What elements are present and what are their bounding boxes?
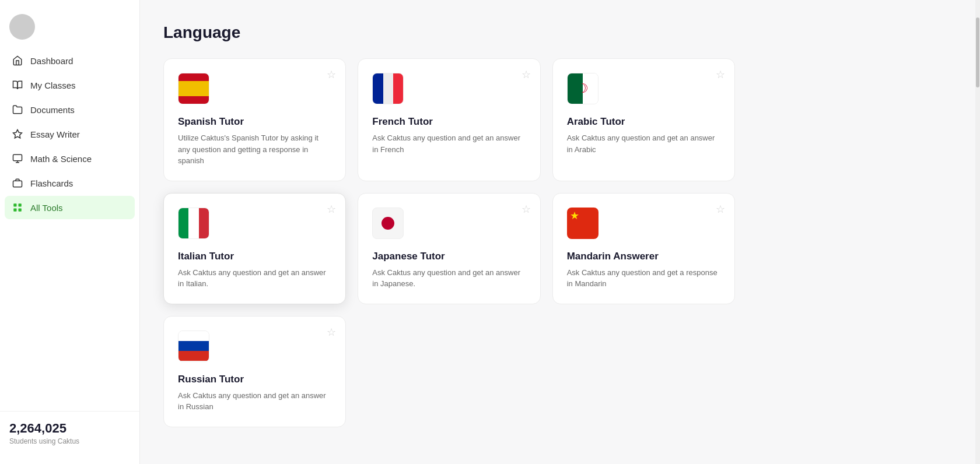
card-title-russian-tutor: Russian Tutor (178, 374, 331, 385)
card-title-mandarin-answerer: Mandarin Answerer (567, 251, 720, 262)
card-desc-russian-tutor: Ask Caktus any question and get an answe… (178, 390, 331, 413)
my-classes-icon (12, 79, 23, 91)
flag-russian-tutor (178, 331, 209, 362)
math-science-icon (12, 153, 23, 164)
sidebar-item-label-essay-writer: Essay Writer (30, 129, 80, 139)
sidebar-item-essay-writer[interactable]: Essay Writer (5, 122, 135, 146)
svg-rect-8 (19, 209, 22, 212)
flag-italian-tutor (178, 208, 209, 239)
dashboard-icon (12, 55, 23, 66)
sidebar-item-label-documents: Documents (30, 105, 75, 115)
sidebar-item-math-science[interactable]: Math & Science (5, 147, 135, 170)
student-count: 2,264,025 (9, 421, 130, 436)
svg-rect-6 (19, 203, 22, 206)
all-tools-icon (12, 202, 23, 213)
flag-arabic-tutor: ☽ (567, 73, 598, 104)
star-french-tutor[interactable]: ☆ (522, 68, 531, 81)
star-spanish-tutor[interactable]: ☆ (327, 68, 336, 81)
card-desc-japanese-tutor: Ask Caktus any question and get an answe… (372, 267, 526, 290)
svg-rect-7 (13, 209, 16, 212)
sidebar-item-label-flashcards: Flashcards (30, 178, 73, 188)
card-desc-spanish-tutor: Utilize Caktus's Spanish Tutor by asking… (178, 132, 331, 167)
card-desc-italian-tutor: Ask Caktus any question and get an answe… (178, 267, 331, 290)
sidebar-footer: 2,264,025 Students using Caktus (0, 411, 139, 455)
card-desc-french-tutor: Ask Caktus any question and get an answe… (372, 132, 526, 155)
star-arabic-tutor[interactable]: ☆ (716, 68, 725, 81)
svg-rect-1 (13, 154, 22, 161)
sidebar: DashboardMy ClassesDocumentsEssay Writer… (0, 0, 140, 464)
card-desc-arabic-tutor: Ask Caktus any question and get an answe… (567, 132, 720, 155)
star-mandarin-answerer[interactable]: ☆ (716, 203, 725, 216)
avatar (9, 14, 35, 40)
card-title-italian-tutor: Italian Tutor (178, 251, 331, 262)
sidebar-item-label-math-science: Math & Science (30, 154, 92, 164)
cards-grid: ☆Spanish TutorUtilize Caktus's Spanish T… (163, 58, 735, 427)
sidebar-item-documents[interactable]: Documents (5, 98, 135, 121)
card-title-french-tutor: French Tutor (372, 116, 526, 128)
svg-rect-4 (13, 181, 22, 187)
sidebar-item-label-all-tools: All Tools (30, 203, 63, 213)
card-title-spanish-tutor: Spanish Tutor (178, 116, 331, 128)
card-italian-tutor[interactable]: ☆Italian TutorAsk Caktus any question an… (163, 193, 346, 304)
sidebar-item-dashboard[interactable]: Dashboard (5, 49, 135, 72)
flag-french-tutor (372, 73, 404, 104)
flag-mandarin-answerer: ★ (567, 208, 598, 239)
star-italian-tutor[interactable]: ☆ (327, 203, 336, 216)
star-japanese-tutor[interactable]: ☆ (522, 203, 531, 216)
scrollbar-thumb[interactable] (976, 17, 979, 87)
card-desc-mandarin-answerer: Ask Caktus any question and get a respon… (567, 267, 720, 290)
sidebar-item-label-dashboard: Dashboard (30, 56, 73, 66)
card-japanese-tutor[interactable]: ☆Japanese TutorAsk Caktus any question a… (358, 193, 540, 304)
star-russian-tutor[interactable]: ☆ (327, 326, 336, 339)
sidebar-item-flashcards[interactable]: Flashcards (5, 171, 135, 195)
sidebar-nav: DashboardMy ClassesDocumentsEssay Writer… (0, 49, 139, 411)
sidebar-item-label-my-classes: My Classes (30, 80, 76, 90)
main-content: Language ☆Spanish TutorUtilize Caktus's … (140, 0, 980, 464)
flag-spanish-tutor (178, 73, 209, 104)
card-russian-tutor[interactable]: ☆Russian TutorAsk Caktus any question an… (163, 316, 346, 427)
svg-marker-0 (13, 130, 22, 138)
essay-writer-icon (12, 128, 23, 140)
sidebar-item-my-classes[interactable]: My Classes (5, 73, 135, 97)
card-title-arabic-tutor: Arabic Tutor (567, 116, 720, 128)
documents-icon (12, 104, 23, 115)
card-title-japanese-tutor: Japanese Tutor (372, 251, 526, 262)
flag-japanese-tutor (372, 208, 404, 239)
scrollbar[interactable] (975, 0, 980, 464)
flashcards-icon (12, 177, 23, 189)
card-arabic-tutor[interactable]: ☆☽Arabic TutorAsk Caktus any question an… (552, 58, 735, 181)
card-spanish-tutor[interactable]: ☆Spanish TutorUtilize Caktus's Spanish T… (163, 58, 346, 181)
card-french-tutor[interactable]: ☆French TutorAsk Caktus any question and… (358, 58, 540, 181)
page-title: Language (163, 23, 957, 42)
sidebar-item-all-tools[interactable]: All Tools (5, 196, 135, 219)
card-mandarin-answerer[interactable]: ☆★Mandarin AnswererAsk Caktus any questi… (552, 193, 735, 304)
student-label: Students using Caktus (9, 437, 130, 445)
svg-rect-5 (13, 203, 16, 206)
